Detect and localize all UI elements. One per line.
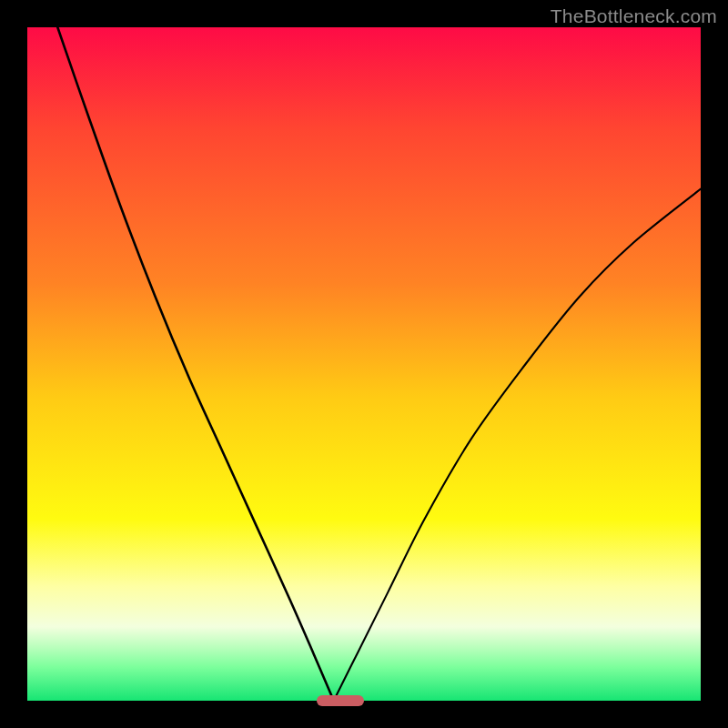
watermark-text: TheBottleneck.com [551,5,717,27]
minimum-marker [317,695,364,706]
right-branch [334,189,701,701]
bottleneck-curve [27,27,701,701]
plot-area [27,27,701,701]
chart-frame: TheBottleneck.com [0,0,728,728]
left-branch [57,27,333,701]
